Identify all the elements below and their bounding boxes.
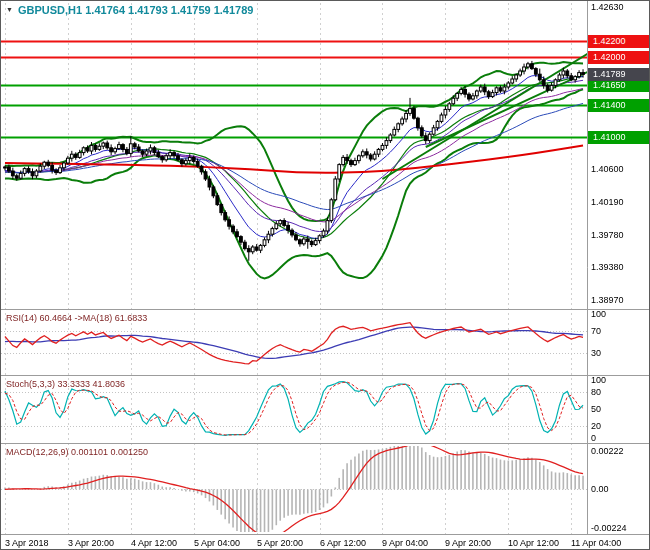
price-axis-label: 1.40600 — [591, 164, 624, 174]
rsi-axis-label: 70 — [591, 326, 601, 336]
stochastic-indicator-label: Stoch(5,3,3) 33.3333 41.8036 — [6, 379, 125, 389]
time-axis-label: 3 Apr 20:00 — [68, 538, 114, 548]
stochastic-axis-label: 50 — [591, 404, 601, 414]
resistance-level-badge: 1.42000 — [588, 51, 650, 64]
time-axis-label: 9 Apr 20:00 — [445, 538, 491, 548]
trading-chart-window: ▼ GBPUSD,H1 1.41764 1.41793 1.41759 1.41… — [0, 0, 650, 550]
price-axis-label: 1.40190 — [591, 197, 624, 207]
macd-indicator-label: MACD(12,26,9) 0.001101 0.001250 — [6, 447, 148, 457]
support-level-badge: 1.41000 — [588, 131, 650, 144]
support-level-badge: 1.41650 — [588, 79, 650, 92]
stochastic-axis-label: 100 — [591, 375, 606, 385]
price-axis-label: 1.42630 — [591, 2, 624, 12]
resistance-level-badge: 1.42200 — [588, 35, 650, 48]
time-axis-label: 5 Apr 20:00 — [257, 538, 303, 548]
price-axis-label: 1.38970 — [591, 295, 624, 305]
price-axis-label: 1.39780 — [591, 230, 624, 240]
rsi-axis-label: 30 — [591, 348, 601, 358]
price-chart-canvas[interactable] — [1, 1, 650, 550]
time-axis-label: 11 Apr 04:00 — [571, 538, 621, 548]
chart-symbol-title: GBPUSD,H1 1.41764 1.41793 1.41759 1.4178… — [18, 4, 253, 16]
price-axis-label: 1.39380 — [591, 262, 624, 272]
stochastic-axis-label: 80 — [591, 387, 601, 397]
stochastic-axis-label: 20 — [591, 421, 601, 431]
stochastic-axis-label: 0 — [591, 433, 596, 443]
rsi-axis-label: 100 — [591, 309, 606, 319]
time-axis-label: 4 Apr 12:00 — [131, 538, 177, 548]
macd-axis-label: 0.00 — [591, 484, 609, 494]
time-axis-label: 6 Apr 12:00 — [320, 538, 366, 548]
macd-axis-label: -0.00224 — [591, 523, 627, 533]
time-axis-label: 10 Apr 12:00 — [508, 538, 559, 548]
support-level-badge: 1.41400 — [588, 99, 650, 112]
time-axis-label: 3 Apr 2018 — [5, 538, 49, 548]
rsi-indicator-label: RSI(14) 60.4664 ->MA(18) 61.6833 — [6, 313, 147, 323]
current-price-badge: 1.41789 — [588, 68, 650, 81]
time-axis-label: 5 Apr 04:00 — [194, 538, 240, 548]
time-axis-label: 9 Apr 04:00 — [382, 538, 428, 548]
macd-axis-label: 0.00222 — [591, 446, 624, 456]
symbol-dropdown-icon[interactable]: ▼ — [6, 6, 13, 13]
